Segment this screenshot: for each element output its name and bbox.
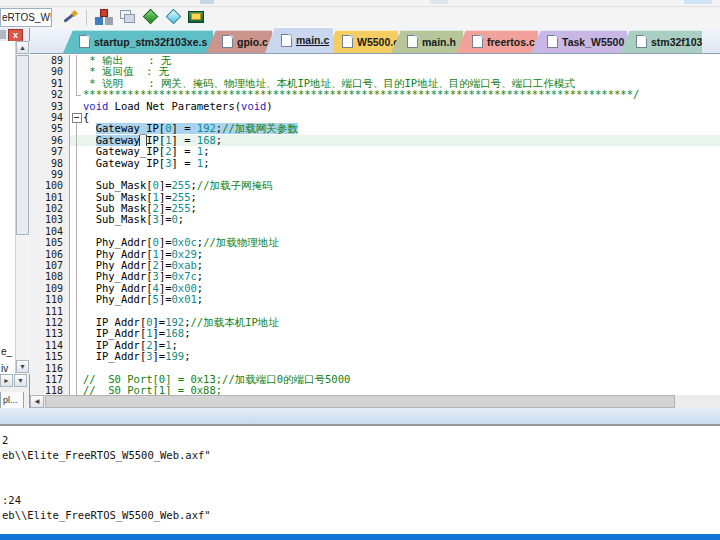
functions-panel: x e_iv ▲ ▼ ► ▼ pl... xyxy=(0,28,30,412)
panel-list[interactable]: e_iv xyxy=(0,41,15,374)
code-line[interactable]: 100 Sub_Mask[0]=255;//加载子网掩码 xyxy=(30,180,720,191)
fold-column xyxy=(70,385,83,395)
tab-main.h[interactable]: main.h xyxy=(391,30,463,53)
code-line[interactable]: 96 Gateway_IP[1] = 168; xyxy=(30,135,720,146)
code-line[interactable]: 91 * 说明 : 网关、掩码、物理地址、本机IP地址、端口号、目的IP地址、目… xyxy=(30,78,720,89)
code-line[interactable]: 101 Sub_Mask[1]=255; xyxy=(30,192,720,203)
code-line[interactable]: 113 IP_Addr[1]=168; xyxy=(30,328,720,339)
code-segment: IP[ xyxy=(146,135,165,146)
panel-item-fragment[interactable]: iv xyxy=(1,363,8,374)
code-line[interactable]: 107 Phy_Addr[2]=0xab; xyxy=(30,260,720,271)
code-segment: ****************************************… xyxy=(83,89,639,100)
code-line[interactable]: 97 Gateway_IP[2] = 1; xyxy=(30,146,720,157)
fold-column xyxy=(70,249,83,260)
code-line[interactable]: 102 Sub_Mask[2]=255; xyxy=(30,203,720,214)
scroll-down-icon[interactable]: ▼ xyxy=(14,374,27,387)
manage-project-items-icon[interactable] xyxy=(94,7,113,25)
build-diamond-green-icon[interactable] xyxy=(140,7,159,25)
tab-label: stm32f103xe xyxy=(651,36,714,48)
code-segment: ]= xyxy=(159,283,172,294)
code-line[interactable]: 106 Phy_Addr[1]=0x29; xyxy=(30,249,720,260)
code-text: Phy_Addr[5]=0x01; xyxy=(83,294,720,305)
tab-Task_W5500.c[interactable]: Task_W5500.c xyxy=(531,30,627,53)
line-number: 89 xyxy=(30,55,70,66)
code-line[interactable]: 90 * 返回值 : 无 xyxy=(30,66,720,77)
fold-guide xyxy=(76,283,77,294)
editor-window: startup_stm32f103xe.sgpio.cmain.cW5500.c… xyxy=(30,28,720,408)
code-segment: Sub_Mask[ xyxy=(83,180,153,191)
tab-main.c[interactable]: main.c xyxy=(265,27,333,53)
code-line[interactable]: 111 xyxy=(30,306,720,317)
tab-stm32f103xe[interactable]: stm32f103xe xyxy=(620,30,702,53)
code-line[interactable]: 110 Phy_Addr[5]=0x01; xyxy=(30,294,720,305)
window-splitter[interactable] xyxy=(0,408,720,424)
target-select[interactable]: eRTOS_W5500_V ▼ xyxy=(0,8,52,27)
code-segment: ; xyxy=(184,351,190,362)
code-line[interactable]: 105 Phy_Addr[0]=0x0c;//加载物理地址 xyxy=(30,237,720,248)
tab-W5500.c[interactable]: W5500.c xyxy=(326,30,398,53)
panel-item-fragment[interactable]: e_ xyxy=(1,346,12,357)
scroll-up-icon[interactable]: ▲ xyxy=(16,41,29,54)
code-line[interactable]: 115 IP_Addr[3]=199; xyxy=(30,351,720,362)
build-output-window[interactable]: 2eb\\Elite_FreeRTOS_W5500_Web.axf":24eb\… xyxy=(0,427,720,534)
toolbar-fragment xyxy=(200,0,214,4)
code-segment: Phy_Addr[ xyxy=(83,283,153,294)
code-line[interactable]: 108 Phy_Addr[3]=0x7c; xyxy=(30,271,720,282)
output-line: eb\\Elite_FreeRTOS_W5500_Web.axf" xyxy=(2,448,720,463)
fold-column xyxy=(70,78,83,89)
code-line[interactable]: 99 xyxy=(30,169,720,180)
code-line[interactable]: 117// S0_Port[0] = 0x13;//加载端口0的端口号5000 xyxy=(30,374,720,385)
scrollbar-thumb[interactable] xyxy=(16,55,29,235)
code-line[interactable]: 103 Sub_Mask[3]=0; xyxy=(30,214,720,225)
fold-column xyxy=(70,89,83,100)
code-line[interactable]: 109 Phy_Addr[4]=0x00; xyxy=(30,283,720,294)
code-line[interactable]: 92**************************************… xyxy=(30,89,720,100)
fold-guide xyxy=(76,351,77,362)
code-line[interactable]: 89 * 输出 : 无 xyxy=(30,55,720,66)
editor-horizontal-scrollbar[interactable]: ◄ xyxy=(30,395,720,408)
code-line[interactable]: 94{ xyxy=(30,112,720,123)
fold-column xyxy=(70,112,83,123)
tab-gpio.c[interactable]: gpio.c xyxy=(206,30,272,53)
scroll-right-icon[interactable]: ► xyxy=(0,374,13,387)
line-number: 106 xyxy=(30,249,70,260)
code-segment: ; xyxy=(172,340,178,351)
code-line[interactable]: 118// S0_Port[1] = 0x88; xyxy=(30,385,720,395)
code-text: // S0_Port[0] = 0x13;//加载端口0的端口号5000 xyxy=(83,374,720,385)
code-segment: ; xyxy=(197,283,203,294)
code-line[interactable]: 93void Load_Net_Parameters(void) xyxy=(30,101,720,112)
code-editor[interactable]: 89 * 输出 : 无90 * 返回值 : 无91 * 说明 : 网关、掩码、物… xyxy=(30,55,720,395)
fold-column xyxy=(70,214,83,225)
code-segment: 0x7c xyxy=(172,271,197,282)
rebuild-diamond-cyan-icon[interactable] xyxy=(163,7,182,25)
fold-collapse-icon[interactable] xyxy=(72,113,82,123)
code-line[interactable]: 116 xyxy=(30,363,720,374)
target-options-wand-icon[interactable] xyxy=(60,9,79,27)
scroll-down-icon[interactable]: ▼ xyxy=(16,360,29,373)
code-text: IP_Addr[3]=199; xyxy=(83,351,720,362)
code-line[interactable]: 112 IP_Addr[0]=192;//加载本机IP地址 xyxy=(30,317,720,328)
fold-guide xyxy=(76,237,77,248)
code-line[interactable]: 95 Gateway_IP[0] = 192;//加载网关参数 xyxy=(30,123,720,134)
panel-vertical-scrollbar[interactable]: ▲ ▼ xyxy=(15,41,30,374)
line-number: 114 xyxy=(30,340,70,351)
code-segment: ]= xyxy=(153,328,166,339)
fold-column xyxy=(70,146,83,157)
scroll-left-icon[interactable]: ◄ xyxy=(30,395,44,408)
code-segment: ] = xyxy=(172,146,197,157)
code-segment: ]= xyxy=(159,260,172,271)
file-extensions-icon[interactable] xyxy=(117,7,136,25)
code-line[interactable]: 104 xyxy=(30,226,720,237)
code-line[interactable]: 98 Gateway_IP[3] = 1; xyxy=(30,158,720,169)
code-line[interactable]: 114 IP_Addr[2]=1; xyxy=(30,340,720,351)
pack-installer-book-icon[interactable] xyxy=(186,7,205,25)
scrollbar-thumb[interactable] xyxy=(45,395,675,408)
tab-label: main.c xyxy=(296,34,329,46)
tab-startup_stm32f103xe.s[interactable]: startup_stm32f103xe.s xyxy=(63,30,213,53)
tab-freertos.c[interactable]: freertos.c xyxy=(456,30,538,53)
fold-guide xyxy=(76,328,77,339)
fold-column xyxy=(70,55,83,66)
code-segment: { xyxy=(83,112,89,123)
code-segment: Gateway_IP[ xyxy=(83,146,165,157)
code-text xyxy=(83,363,720,374)
